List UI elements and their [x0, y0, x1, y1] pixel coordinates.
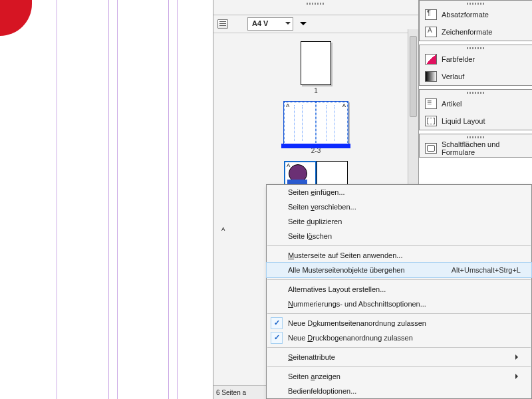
check-icon: ✓ [271, 332, 283, 344]
menu-label: Seite duplizieren [288, 217, 342, 225]
master-tag: A [286, 102, 289, 108]
check-icon: ✓ [271, 317, 283, 329]
menu-separator [267, 279, 531, 280]
liquid-layout-icon [425, 116, 437, 126]
menu-label: Nummerierungs- und Abschnittsoptionen... [288, 300, 426, 308]
panel-item-farbfelder[interactable]: Farbfelder [420, 51, 532, 68]
panel-grip[interactable] [420, 90, 532, 95]
guide-line [177, 0, 178, 399]
panel-item-label: Artikel [442, 100, 462, 108]
menu-nummerierung[interactable]: Nummerierungs- und Abschnittsoptionen... [267, 297, 531, 311]
panel-item-label: Verlauf [442, 72, 464, 80]
page-count-label: 6 Seiten a [216, 389, 246, 396]
menu-separator [267, 347, 531, 348]
menu-alle-musterseitenobjekte-uebergehen[interactable]: Alle Musterseitenobjekte übergehenAlt+Um… [266, 262, 532, 278]
master-page-dropdown-label: A4 V [252, 19, 268, 27]
menu-alternatives-layout[interactable]: Alternatives Layout erstellen... [267, 282, 531, 297]
menu-label: Seitenattribute [288, 353, 335, 361]
panel-item-zeichenformate[interactable]: Zeichenformate [420, 23, 532, 41]
menu-label: Musterseite auf Seiten anwenden... [288, 251, 402, 259]
panel-group: Schaltflächen und Formulare [419, 134, 532, 158]
menu-bedienfeldoptionen[interactable]: Bedienfeldoptionen... [267, 384, 531, 398]
scrollbar-thumb[interactable] [410, 36, 417, 117]
menu-musterseite-anwenden[interactable]: Musterseite auf Seiten anwenden... [267, 248, 531, 263]
menu-seite-loeschen[interactable]: Seite löschen [267, 229, 531, 243]
panel-item-liquid-layout[interactable]: Liquid Layout [420, 112, 532, 130]
character-styles-icon [425, 27, 437, 37]
gradient-icon [425, 71, 437, 82]
menu-separator [267, 366, 531, 367]
page-number-label: 1 [220, 87, 412, 94]
panel-item-artikel[interactable]: Artikel [420, 95, 532, 112]
menu-separator [267, 313, 531, 314]
panel-menu-icon[interactable] [217, 19, 228, 29]
guide-line [108, 0, 109, 399]
page-art-red-shape [0, 0, 32, 36]
guide-line [168, 0, 169, 399]
master-tag: A [342, 102, 346, 108]
menu-label: Seite löschen [288, 232, 332, 240]
panel-item-label: Farbfelder [442, 55, 475, 63]
menu-seitenattribute[interactable]: Seitenattribute [267, 350, 531, 364]
swatches-icon [425, 54, 437, 65]
page-spread-2-3[interactable]: A A 2-3 [220, 101, 412, 154]
menu-seiten-einfuegen[interactable]: Seiten einfügen... [267, 185, 531, 200]
master-tag: A [287, 162, 290, 168]
panel-item-schaltflaechen[interactable]: Schaltflächen und Formulare [420, 140, 532, 157]
panel-item-verlauf[interactable]: Verlauf [420, 68, 532, 85]
panel-grip[interactable] [420, 1, 532, 6]
panel-grip[interactable] [307, 3, 325, 5]
articles-icon [425, 98, 437, 109]
panel-item-label: Absatzformate [442, 11, 489, 19]
submenu-arrow-icon [515, 354, 521, 360]
panel-header [213, 0, 418, 15]
buttons-forms-icon [425, 143, 437, 154]
menu-druckbogenanordnung[interactable]: ✓Neue Druckbogenanordnung zulassen [267, 331, 531, 345]
submenu-arrow-icon [515, 374, 521, 379]
panel-group: Farbfelder Verlauf [419, 45, 532, 86]
page-thumb-1[interactable]: 1 [220, 41, 412, 94]
menu-label: Seiten einfügen... [288, 188, 345, 196]
panel-item-label: Schaltflächen und Formulare [442, 140, 527, 156]
menu-separator [267, 245, 531, 246]
panel-group: Artikel Liquid Layout [419, 89, 532, 130]
master-page-dropdown[interactable]: A4 V [247, 17, 293, 31]
panel-item-label: Liquid Layout [442, 117, 485, 125]
pages-context-menu: Seiten einfügen... Seiten verschieben...… [266, 184, 532, 399]
selection-indicator [281, 144, 350, 148]
pages-toolbar: A4 V [213, 15, 418, 33]
menu-seite-duplizieren[interactable]: Seite duplizieren [267, 214, 531, 229]
menu-dokumentseitenanordnung[interactable]: ✓Neue Dokumentseitenanordnung zulassen [267, 316, 531, 331]
panel-item-absatzformate[interactable]: Absatzformate [420, 6, 532, 23]
panel-grip[interactable] [420, 45, 532, 51]
paragraph-styles-icon [425, 9, 437, 20]
menu-label: Neue Dokumentseitenanordnung zulassen [288, 319, 426, 327]
panel-grip[interactable] [420, 134, 532, 140]
menu-label: Alternatives Layout erstellen... [288, 285, 386, 293]
master-tag: A [221, 226, 225, 232]
panel-group: Absatzformate Zeichenformate [419, 0, 532, 41]
document-canvas[interactable] [0, 0, 213, 399]
menu-seiten-verschieben[interactable]: Seiten verschieben... [267, 200, 531, 214]
menu-seiten-anzeigen[interactable]: Seiten anzeigen [267, 369, 531, 384]
guide-line [117, 0, 118, 399]
dropdown-arrow-icon[interactable] [300, 22, 307, 29]
menu-label: Neue Druckbogenanordnung zulassen [288, 334, 413, 342]
menu-shortcut: Alt+Umschalt+Strg+L [452, 266, 521, 274]
menu-label: Seiten anzeigen [288, 372, 340, 380]
panel-item-label: Zeichenformate [442, 28, 492, 36]
menu-label: Bedienfeldoptionen... [288, 387, 356, 395]
guide-line [57, 0, 57, 399]
menu-label: Seiten verschieben... [288, 203, 356, 211]
menu-label: Alle Musterseitenobjekte übergehen [288, 266, 405, 274]
